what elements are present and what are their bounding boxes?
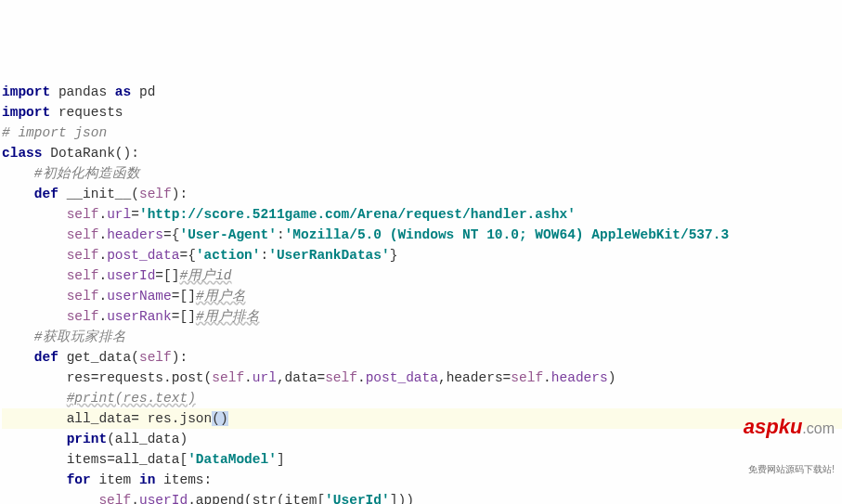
punctuation-token: . xyxy=(357,370,366,385)
property-token: post_data xyxy=(366,370,438,385)
punctuation-token: . xyxy=(98,309,107,324)
code-line[interactable]: class DotaRank(): xyxy=(2,143,842,163)
code-line[interactable]: items=all_data['DataModel'] xyxy=(2,449,842,470)
punctuation-token: . xyxy=(244,370,253,385)
code-line[interactable]: self.userName=[]#用户名 xyxy=(2,286,842,306)
code-line[interactable]: def get_data(self): xyxy=(2,347,842,368)
code-editor[interactable]: import pandas as pdimport requests# impo… xyxy=(0,82,842,504)
punctuation-token: = xyxy=(317,370,325,385)
string-token: 'action' xyxy=(196,248,261,263)
punctuation-token: (): xyxy=(115,146,139,161)
self-token: self xyxy=(139,350,172,365)
punctuation-token: ): xyxy=(172,187,188,201)
code-line[interactable]: import requests xyxy=(2,102,842,123)
string-token: 'DataModel' xyxy=(188,452,277,467)
comment-token: #获取玩家排名 xyxy=(34,330,126,344)
keyword-token: import xyxy=(2,84,50,99)
comment-token: #初始化构造函数 xyxy=(34,166,140,181)
punctuation-token: : xyxy=(204,472,213,487)
punctuation-token: ) xyxy=(608,370,616,385)
self-token: self xyxy=(67,248,99,263)
code-line[interactable]: res=requests.post(self.url,data=self.pos… xyxy=(2,368,842,388)
punctuation-token: ( xyxy=(204,370,213,385)
punctuation-token: ={ xyxy=(179,248,195,263)
code-line[interactable]: self.headers={'User-Agent':'Mozilla/5.0 … xyxy=(2,225,842,245)
property-token: headers xyxy=(551,370,608,385)
function-token: __init__ xyxy=(67,187,132,201)
code-line[interactable]: for item in items: xyxy=(2,470,842,490)
highlighted-paren: () xyxy=(212,411,227,426)
punctuation-token: . xyxy=(98,207,107,222)
punctuation-token: ( xyxy=(107,432,115,446)
punctuation-token: ( xyxy=(131,350,139,365)
comment-token: # import json xyxy=(2,125,107,140)
property-token: url xyxy=(253,370,277,385)
punctuation-token: . xyxy=(131,493,139,504)
identifier-token: append xyxy=(196,493,244,504)
keyword-token: print xyxy=(67,432,108,446)
code-line[interactable]: #初始化构造函数 xyxy=(2,163,842,184)
identifier-token: all_data xyxy=(67,411,132,426)
punctuation-token: ( xyxy=(277,493,285,504)
self-token: self xyxy=(325,370,357,385)
string-token: 'UserRankDatas' xyxy=(268,248,390,263)
identifier-token: res xyxy=(67,370,91,385)
punctuation-token: ( xyxy=(131,187,139,201)
property-token: headers xyxy=(107,227,163,242)
property-token: userRank xyxy=(107,309,172,324)
code-line[interactable]: self.userRank=[]#用户排名 xyxy=(2,306,842,327)
code-line[interactable]: all_data= res.json() xyxy=(2,408,842,429)
code-line[interactable]: #获取玩家排名 xyxy=(2,327,842,347)
keyword-token: in xyxy=(139,472,155,487)
punctuation-token: [ xyxy=(317,493,325,504)
punctuation-token: = xyxy=(107,452,115,467)
self-token: self xyxy=(67,309,99,324)
identifier-token: pd xyxy=(139,84,155,99)
keyword-token: def xyxy=(34,187,58,201)
comment-token: #用户排名 xyxy=(196,309,260,324)
identifier-token: pandas xyxy=(58,84,107,99)
code-line[interactable]: def __init__(self): xyxy=(2,184,842,204)
punctuation-token: . xyxy=(98,289,107,304)
punctuation-token: : xyxy=(261,248,269,263)
punctuation-token: ) xyxy=(179,432,188,446)
code-line[interactable]: print(all_data) xyxy=(2,429,842,449)
code-line[interactable]: self.userId=[]#用户id xyxy=(2,265,842,286)
self-token: self xyxy=(67,227,99,242)
identifier-token: requests xyxy=(98,370,163,385)
keyword-token: for xyxy=(67,472,91,487)
property-token: post_data xyxy=(107,248,179,263)
identifier-token: items xyxy=(67,452,108,467)
punctuation-token: . xyxy=(98,268,107,283)
punctuation-token: , xyxy=(438,370,447,385)
code-line[interactable]: import pandas as pd xyxy=(2,82,842,102)
keyword-token: def xyxy=(34,350,58,365)
punctuation-token: [ xyxy=(179,452,188,467)
code-line[interactable]: # import json xyxy=(2,123,842,143)
punctuation-token: . xyxy=(543,370,551,385)
property-token: userId xyxy=(107,268,155,283)
self-token: self xyxy=(98,493,131,504)
punctuation-token: . xyxy=(188,493,196,504)
comment-token: #用户名 xyxy=(196,289,246,304)
self-token: self xyxy=(511,370,543,385)
punctuation-token: } xyxy=(390,248,398,263)
code-line[interactable]: self.url='http://score.5211game.com/Aren… xyxy=(2,204,842,225)
comment-token: #print(res.text) xyxy=(67,391,196,406)
code-line[interactable]: #print(res.text) xyxy=(2,388,842,408)
property-token: url xyxy=(107,207,131,222)
class-name-token: DotaRank xyxy=(50,146,115,161)
identifier-token: items xyxy=(163,472,204,487)
identifier-token: requests xyxy=(58,105,123,120)
self-token: self xyxy=(139,187,172,201)
code-line[interactable]: self.post_data={'action':'UserRankDatas'… xyxy=(2,245,842,265)
identifier-token: post xyxy=(172,370,204,385)
identifier-token: all_data xyxy=(115,452,180,467)
code-line[interactable]: self.userId.append(str(item['UserId'])) xyxy=(2,490,842,504)
punctuation-token: =[] xyxy=(155,268,179,283)
identifier-token: headers xyxy=(447,370,503,385)
property-token: userId xyxy=(139,493,188,504)
punctuation-token: = xyxy=(131,411,147,426)
identifier-token: item xyxy=(285,493,317,504)
property-token: userName xyxy=(107,289,172,304)
